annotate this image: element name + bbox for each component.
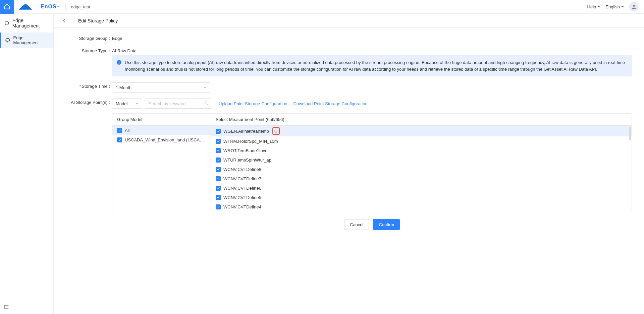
- point-row[interactable]: WGEN.Airinletreartemp: [211, 126, 632, 136]
- col-header-measurement-point: Select Measurment Point (656/656): [211, 114, 632, 125]
- point-label: WROT.TemBlade1Inver: [223, 148, 269, 153]
- checkbox[interactable]: [216, 195, 221, 200]
- point-label: WCNV.CVTDefine5: [223, 195, 261, 200]
- checkbox[interactable]: [216, 139, 221, 144]
- info-icon: i: [117, 60, 121, 65]
- edge-icon: [4, 20, 10, 26]
- brand-tm: ™: [57, 5, 60, 8]
- clock-icon-highlight[interactable]: [272, 127, 280, 135]
- sidebar-item-label: Edge Management: [13, 35, 49, 45]
- info-text: Use this storage type to store analog in…: [125, 59, 627, 72]
- storage-time-value: 1 Month: [116, 85, 131, 90]
- point-label: WCNV.CVTDefine8: [223, 167, 261, 172]
- value-storage-group: Edge: [112, 35, 632, 41]
- topbar: EnOS™ edge_test Help English: [0, 0, 644, 14]
- point-label: WCNV.CVTDefine7: [223, 176, 261, 181]
- help-label: Help: [587, 4, 596, 9]
- back-button[interactable]: [60, 17, 68, 25]
- language-menu[interactable]: English: [605, 4, 624, 9]
- point-label: WCNV.CVTDefine4: [223, 204, 261, 209]
- model-filter-value: Model: [116, 101, 127, 106]
- page-title: Edit Storage Policy: [78, 18, 118, 23]
- caret-down-icon: [621, 6, 624, 7]
- logo-swoosh-icon: [19, 4, 39, 10]
- group-label: USCADA_Wind_Envision_land (USCADA_...: [125, 137, 206, 142]
- info-box: i Use this storage type to store analog …: [112, 55, 632, 76]
- storage-time-select[interactable]: 1 Month: [112, 82, 210, 92]
- cancel-button[interactable]: Cancel: [344, 219, 369, 230]
- brand-name: EnOS: [41, 4, 57, 10]
- point-row[interactable]: WCNV.CVTDefine7: [211, 174, 632, 183]
- model-filter-select[interactable]: Model: [112, 99, 142, 109]
- edge-icon: [5, 37, 11, 43]
- lang-label: English: [605, 4, 620, 9]
- chevron-down-icon: [204, 87, 206, 88]
- checkbox[interactable]: [216, 158, 221, 163]
- divider: [65, 3, 66, 10]
- search-input[interactable]: [145, 99, 211, 109]
- chevron-down-icon: [136, 103, 139, 105]
- checkbox[interactable]: [216, 148, 221, 153]
- divider: [73, 18, 73, 24]
- search-icon: [204, 101, 209, 106]
- point-row[interactable]: WTRM.RotorSpd_MIN_10m: [211, 136, 632, 146]
- label-storage-type: Storage Type :: [66, 47, 112, 53]
- group-label: All: [125, 128, 129, 133]
- point-row[interactable]: WCNV.CVTDefine5: [211, 193, 632, 202]
- download-link[interactable]: Download Point Storage Configuration: [293, 101, 368, 106]
- checkbox[interactable]: [117, 137, 122, 142]
- points-table: Group Model Select Measurment Point (656…: [112, 113, 632, 213]
- label-storage-group: Storage Group :: [66, 35, 112, 41]
- point-row[interactable]: WCNV.CVTDefine6: [211, 183, 632, 193]
- checkbox[interactable]: [117, 128, 122, 133]
- sidebar-header: Edge Management: [0, 14, 53, 33]
- checkbox[interactable]: [216, 204, 221, 209]
- point-row[interactable]: WCNV.CVTDefine4: [211, 202, 632, 211]
- point-row[interactable]: WROT.TemBlade1Inver: [211, 146, 632, 155]
- confirm-button[interactable]: Confirm: [373, 219, 400, 230]
- sidebar-collapse[interactable]: [0, 301, 53, 314]
- avatar[interactable]: [629, 2, 639, 11]
- svg-point-3: [205, 102, 207, 104]
- point-label: WTUR.emsSpInWtur_ap: [223, 158, 271, 163]
- page-header: Edit Storage Policy: [54, 14, 644, 28]
- point-row[interactable]: WCNV.CVTDefine8: [211, 165, 632, 174]
- group-row[interactable]: All: [112, 126, 211, 135]
- point-label: WGEN.Airinletreartemp: [223, 129, 269, 134]
- group-row[interactable]: USCADA_Wind_Envision_land (USCADA_...: [112, 135, 211, 144]
- project-name: edge_test: [71, 4, 90, 9]
- upload-link[interactable]: Upload Point Storage Configuration: [219, 101, 287, 106]
- point-row[interactable]: WTUR.emsSpInWtur_ap: [211, 155, 632, 165]
- brand-logo: EnOS™: [19, 4, 60, 10]
- sidebar-item-edge-management[interactable]: Edge Management: [0, 33, 53, 48]
- checkbox[interactable]: [216, 129, 221, 134]
- home-icon[interactable]: [0, 0, 14, 14]
- svg-point-0: [633, 5, 635, 7]
- sidebar: Edge Management Edge Management: [0, 14, 54, 314]
- scrollbar[interactable]: [629, 127, 631, 140]
- point-label: WCNV.CVTDefine6: [223, 186, 261, 191]
- label-storage-time: *Storage Time :: [66, 82, 112, 89]
- checkbox[interactable]: [216, 176, 221, 181]
- point-label: WTRM.RotorSpd_MIN_10m: [223, 139, 278, 144]
- checkbox[interactable]: [216, 186, 221, 191]
- sidebar-header-text: Edge Management: [12, 18, 49, 28]
- caret-down-icon: [597, 6, 600, 7]
- help-menu[interactable]: Help: [587, 4, 600, 9]
- label-storage-points: AI Storage Point(s) :: [66, 99, 112, 105]
- value-storage-type: AI Raw Data: [112, 47, 632, 53]
- col-header-group-model: Group Model: [112, 114, 211, 125]
- collapse-icon: [4, 304, 9, 310]
- checkbox[interactable]: [216, 167, 221, 172]
